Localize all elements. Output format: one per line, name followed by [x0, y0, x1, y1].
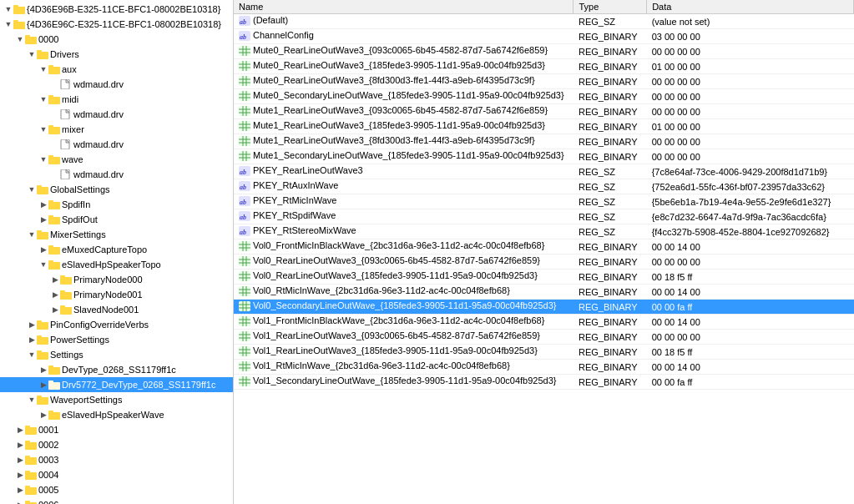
tree-expand-icon[interactable]: ▼	[27, 395, 37, 405]
tree-item-globalsettings[interactable]: ▼ GlobalSettings	[0, 182, 233, 197]
tree-expand-icon[interactable]: ▼	[27, 229, 37, 239]
tree-expand-icon[interactable]: ▶	[38, 199, 48, 209]
table-row[interactable]: ab PKEY_RtAuxInWaveREG_SZ{752ea6d1-55fc-…	[234, 179, 854, 194]
tree-item-primarynode001[interactable]: ▶ PrimaryNode001	[0, 287, 233, 302]
tree-item-0005[interactable]: ▶ 0005	[0, 482, 233, 497]
tree-item-wave[interactable]: ▼ wave	[0, 152, 233, 167]
table-row[interactable]: Mute0_RearLineOutWave3_{8fd300d3-ffe1-44…	[234, 74, 854, 89]
tree-item-spdifin[interactable]: ▶ SpdifIn	[0, 197, 233, 212]
tree-item-drivers[interactable]: ▼ Drivers	[0, 47, 233, 62]
tree-expand-icon[interactable]: ▼	[38, 260, 48, 270]
tree-item-spdifout[interactable]: ▶ SpdifOut	[0, 212, 233, 227]
tree-item-devtype0268[interactable]: ▶ DevType_0268_SS1179ff1c	[0, 362, 233, 377]
table-row[interactable]: Vol0_RearLineOutWave3_{185fede3-9905-11d…	[234, 270, 854, 285]
tree-expand-icon[interactable]: ▶	[38, 365, 48, 375]
table-row[interactable]: ab PKEY_RtSpdifWaveREG_SZ{e8c7d232-6647-…	[234, 209, 854, 224]
table-row[interactable]: ab PKEY_RearLineOutWave3REG_SZ{7c8e64af-…	[234, 164, 854, 179]
table-row[interactable]: Vol0_RearLineOutWave3_{093c0065-6b45-458…	[234, 255, 854, 270]
tree-expand-icon[interactable]: ▶	[15, 470, 25, 480]
tree-expand-icon[interactable]: ▼	[15, 34, 25, 44]
tree-item-0001[interactable]: ▶ 0001	[0, 422, 233, 437]
tree-expand-icon[interactable]: ▼	[38, 154, 48, 164]
tree-item-0004[interactable]: ▶ 0004	[0, 467, 233, 482]
tree-item-4D36_2[interactable]: ▼ {4D36E96C-E325-11CE-BFC1-08002BE10318}	[0, 17, 233, 32]
tree-expand-icon[interactable]: ▼	[27, 350, 37, 360]
table-row[interactable]: Mute1_RearLineOutWave3_{8fd300d3-ffe1-44…	[234, 134, 854, 149]
tree-expand-icon[interactable]: ▶	[38, 244, 48, 255]
tree-item-settings[interactable]: ▼ Settings	[0, 347, 233, 362]
tree-expand-icon[interactable]: ▶	[38, 410, 48, 420]
table-row[interactable]: ab PKEY_RtMicInWaveREG_SZ{5be6eb1a-7b19-…	[234, 194, 854, 209]
tree-expand-icon[interactable]: ▼	[27, 49, 37, 59]
tree-expand-icon[interactable]: ▶	[38, 380, 48, 390]
reg-type-icon	[239, 271, 250, 283]
registry-tree[interactable]: ▼ {4D36E96B-E325-11CE-BFC1-08002BE10318}…	[0, 0, 234, 504]
table-row[interactable]: Vol1_RearLineOutWave3_{185fede3-9905-11d…	[234, 345, 854, 360]
svg-rect-6	[37, 52, 48, 59]
reg-name-cell: Mute0_RearLineOutWave3_{093c0065-6b45-45…	[234, 44, 574, 59]
tree-item-pinconfigoverrideverbs[interactable]: ▶ PinConfigOverrideVerbs	[0, 317, 233, 332]
table-row[interactable]: Mute0_RearLineOutWave3_{093c0065-6b45-45…	[234, 44, 854, 59]
table-row[interactable]: Mute1_RearLineOutWave3_{185fede3-9905-11…	[234, 119, 854, 134]
tree-item-0006[interactable]: ▶ 0006	[0, 497, 233, 504]
table-row[interactable]: Vol1_SecondaryLineOutWave_{185fede3-9905…	[234, 375, 854, 390]
table-row[interactable]: Mute0_RearLineOutWave3_{185fede3-9905-11…	[234, 59, 854, 74]
tree-expand-icon[interactable]: ▼	[3, 4, 13, 14]
tree-expand-icon[interactable]: ▶	[50, 305, 60, 315]
tree-item-slavednode001[interactable]: ▶ SlavedNode001	[0, 302, 233, 317]
table-row[interactable]: Vol0_SecondaryLineOutWave_{185fede3-9905…	[234, 300, 854, 315]
tree-label: wdmaud.drv	[73, 79, 124, 89]
tree-item-wdmaud_drv_4[interactable]: wdmaud.drv	[0, 167, 233, 182]
tree-expand-icon[interactable]: ▼	[38, 94, 48, 104]
reg-name-cell: ab PKEY_RtMicInWave	[234, 194, 574, 209]
tree-expand-icon[interactable]: ▶	[27, 335, 37, 345]
tree-item-aux[interactable]: ▼ aux	[0, 62, 233, 77]
tree-item-primarynode000[interactable]: ▶ PrimaryNode000	[0, 272, 233, 287]
tree-item-wdmaud_drv_3[interactable]: wdmaud.drv	[0, 137, 233, 152]
tree-expand-icon[interactable]: ▼	[38, 64, 48, 74]
tree-item-0003[interactable]: ▶ 0003	[0, 452, 233, 467]
reg-name-cell: ab PKEY_RearLineOutWave3	[234, 164, 574, 179]
tree-item-mixer[interactable]: ▼ mixer	[0, 122, 233, 137]
tree-item-waveportsettings[interactable]: ▼ WaveportSettings	[0, 392, 233, 407]
table-row[interactable]: Vol1_FrontMicInBlackWave_{2bc31d6a-96e3-…	[234, 315, 854, 330]
table-row[interactable]: Vol1_RearLineOutWave3_{093c0065-6b45-458…	[234, 330, 854, 345]
tree-item-wdmaud_drv_2[interactable]: wdmaud.drv	[0, 107, 233, 122]
tree-item-4D36_1[interactable]: ▼ {4D36E96B-E325-11CE-BFC1-08002BE10318}	[0, 2, 233, 17]
tree-item-0002[interactable]: ▶ 0002	[0, 437, 233, 452]
tree-expand-icon[interactable]: ▼	[3, 19, 13, 29]
table-row[interactable]: ab ChannelConfigREG_BINARY03 00 00 00	[234, 29, 854, 44]
table-row[interactable]: ab PKEY_RtStereoMixWaveREG_SZ{f4cc327b-5…	[234, 224, 854, 239]
table-row[interactable]: Mute1_RearLineOutWave3_{093c0065-6b45-45…	[234, 104, 854, 119]
tree-expand-icon[interactable]: ▶	[15, 425, 25, 435]
tree-expand-icon[interactable]: ▼	[38, 124, 48, 134]
svg-rect-21	[37, 185, 42, 188]
tree-expand-icon[interactable]: ▶	[38, 214, 48, 224]
table-row[interactable]: Mute1_SecondaryLineOutWave_{185fede3-990…	[234, 149, 854, 164]
tree-expand-icon[interactable]: ▶	[15, 500, 25, 504]
reg-data-cell: 00 00 14 00	[647, 315, 854, 330]
tree-item-drv5772[interactable]: ▶ Drv5772_DevType_0268_SS1179ff1c	[0, 377, 233, 392]
table-row[interactable]: Mute0_SecondaryLineOutWave_{185fede3-990…	[234, 89, 854, 104]
tree-expand-icon[interactable]: ▶	[15, 440, 25, 450]
tree-expand-icon[interactable]: ▶	[50, 290, 60, 300]
tree-item-0000[interactable]: ▼ 0000	[0, 32, 233, 47]
table-row[interactable]: Vol0_FrontMicInBlackWave_{2bc31d6a-96e3-…	[234, 239, 854, 255]
tree-item-eslavedhpspeakertopo[interactable]: ▼ eSlavedHpSpeakerTopo	[0, 257, 233, 272]
tree-expand-icon[interactable]: ▶	[15, 485, 25, 495]
tree-expand-icon[interactable]: ▶	[15, 455, 25, 465]
tree-expand-icon[interactable]: ▼	[27, 184, 37, 194]
tree-expand-icon[interactable]: ▶	[27, 320, 37, 330]
tree-item-emuxedcapturetopo[interactable]: ▶ eMuxedCaptureTopo	[0, 242, 233, 257]
svg-rect-46	[48, 382, 60, 390]
tree-item-wdmaud_drv_1[interactable]: wdmaud.drv	[0, 77, 233, 92]
table-row[interactable]: Vol1_RtMicInWave_{2bc31d6a-96e3-11d2-ac4…	[234, 360, 854, 375]
tree-item-powersettings[interactable]: ▶ PowerSettings	[0, 332, 233, 347]
tree-item-mixersettings[interactable]: ▼ MixerSettings	[0, 227, 233, 242]
table-row[interactable]: ab (Default)REG_SZ(value not set)	[234, 14, 854, 29]
tree-item-midi[interactable]: ▼ midi	[0, 92, 233, 107]
tree-item-eslavedhpspeakerwave[interactable]: ▶ eSlavedHpSpeakerWave	[0, 407, 233, 422]
reg-data-cell: {5be6eb1a-7b19-4e4a-9e55-2e9fe6d1e327}	[647, 194, 854, 209]
table-row[interactable]: Vol0_RtMicInWave_{2bc31d6a-96e3-11d2-ac4…	[234, 285, 854, 300]
tree-expand-icon[interactable]: ▶	[50, 275, 60, 285]
